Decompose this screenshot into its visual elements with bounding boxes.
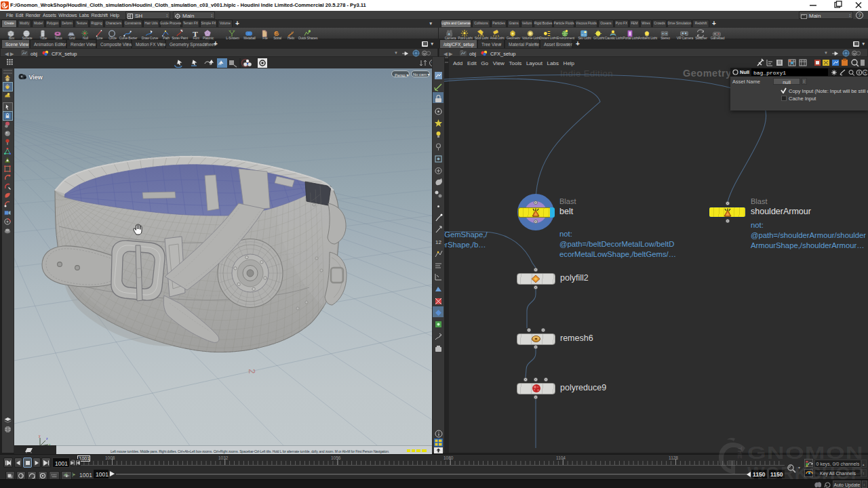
svg-text:2: 2 — [247, 369, 257, 374]
svg-text:y: y — [39, 434, 41, 438]
svg-text:z: z — [46, 436, 48, 441]
svg-text:?: ? — [864, 70, 867, 75]
svg-text:12: 12 — [435, 239, 441, 245]
svg-text:?: ? — [858, 12, 861, 18]
